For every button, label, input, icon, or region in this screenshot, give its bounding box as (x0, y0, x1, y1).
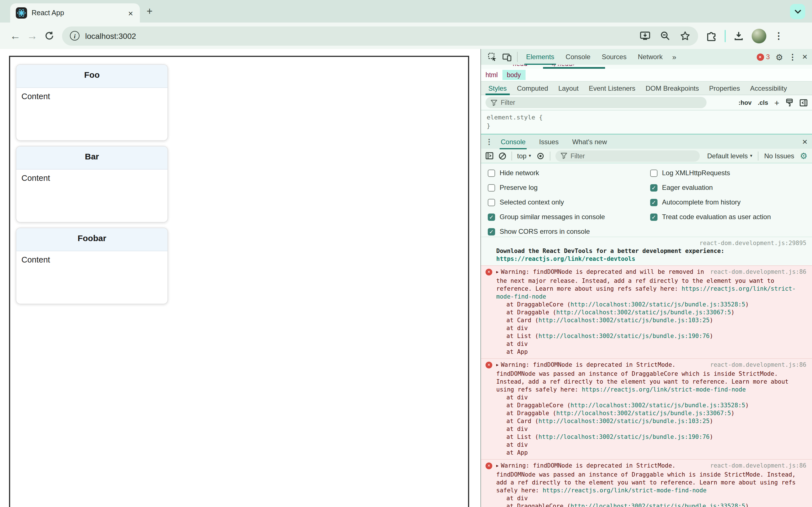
stack-frame-link[interactable]: http://localhost:3002/static/js/bundle.j… (571, 503, 746, 507)
card[interactable]: BarContent (16, 146, 168, 223)
rendering-brush-icon[interactable] (785, 99, 794, 107)
message-link[interactable]: https://reactjs.org/link/strict-mode-fin… (543, 487, 707, 494)
console-sidebar-icon[interactable] (486, 152, 493, 159)
tab-close-icon[interactable]: × (127, 8, 134, 18)
tab-search-chevron-button[interactable] (790, 4, 805, 19)
tab-styles[interactable]: Styles (483, 81, 512, 95)
console-setting-row[interactable]: ✓Treat code evaluation as user action (650, 212, 771, 222)
devtools-close-icon[interactable]: × (802, 52, 808, 62)
console-setting-row[interactable]: Log XMLHttpRequests (650, 168, 730, 178)
drawer-tab-issues[interactable]: Issues (534, 134, 564, 149)
checkbox-label[interactable]: Log XMLHttpRequests (662, 169, 730, 177)
expand-triangle-icon[interactable]: ▶ (496, 464, 499, 468)
checkbox-checked[interactable]: ✓ (488, 213, 495, 221)
devtools-tab-network[interactable]: Network (633, 49, 668, 65)
inspect-element-button[interactable] (486, 51, 499, 63)
drawer-tab-whats-new[interactable]: What's new (566, 134, 612, 149)
checkbox-checked[interactable]: ✓ (650, 199, 658, 206)
live-expression-eye-icon[interactable] (536, 152, 545, 159)
tab-event-listeners[interactable]: Event Listeners (583, 81, 640, 95)
console-setting-row[interactable]: ✓Autocomplete from history (650, 197, 741, 207)
checkbox-unchecked[interactable] (488, 199, 495, 206)
clear-console-icon[interactable] (499, 152, 506, 160)
toggle-class-button[interactable]: .cls (758, 99, 768, 106)
stack-frame-link[interactable]: http://localhost:3002/static/js/bundle.j… (556, 309, 731, 316)
tab-properties[interactable]: Properties (704, 81, 745, 95)
profile-avatar[interactable] (752, 29, 766, 43)
stack-frame-link[interactable]: http://localhost:3002/static/js/bundle.j… (539, 433, 710, 440)
checkbox-unchecked[interactable] (488, 169, 495, 177)
message-link[interactable]: https://reactjs.org/link/react-devtools (496, 255, 635, 263)
checkbox-unchecked[interactable] (488, 184, 495, 191)
context-selector[interactable]: top▾ (517, 152, 531, 160)
checkbox-label[interactable]: Treat code evaluation as user action (662, 213, 771, 221)
console-setting-row[interactable]: ✓Show CORS errors in console (488, 226, 590, 237)
checkbox-label[interactable]: Eager evaluation (662, 184, 713, 191)
url-text[interactable]: localhost:3002 (85, 31, 635, 40)
breadcrumb-html[interactable]: html (481, 70, 502, 80)
card[interactable]: FooContent (16, 64, 168, 141)
downloads-icon[interactable] (733, 31, 744, 41)
devtools-tab-console[interactable]: Console (560, 49, 596, 65)
extensions-puzzle-icon[interactable] (706, 31, 717, 41)
tab-accessibility[interactable]: Accessibility (745, 81, 792, 95)
drawer-tab-console[interactable]: Console (495, 134, 531, 149)
zoom-out-icon[interactable] (660, 31, 670, 41)
drawer-menu-icon[interactable]: ⋮ (486, 137, 493, 146)
card-header[interactable]: Bar (16, 147, 167, 170)
stack-frame-link[interactable]: http://localhost:3002/static/js/bundle.j… (571, 301, 746, 307)
browser-menu-icon[interactable]: ⋮ (774, 31, 783, 41)
devtools-settings-gear-icon[interactable]: ⚙ (775, 53, 783, 61)
back-button[interactable]: ← (7, 30, 24, 42)
checkbox-label[interactable]: Group similar messages in console (500, 213, 605, 221)
stack-frame-link[interactable]: http://localhost:3002/static/js/bundle.j… (556, 409, 731, 416)
checkbox-label[interactable]: Show CORS errors in console (500, 228, 590, 235)
checkbox-checked[interactable]: ✓ (650, 184, 658, 191)
console-settings-gear-icon[interactable]: ⚙ (800, 152, 808, 160)
more-tabs-button[interactable]: » (669, 53, 679, 61)
tab-dom-breakpoints[interactable]: DOM Breakpoints (641, 81, 704, 95)
stack-frame-link[interactable]: http://localhost:3002/static/js/bundle.j… (539, 332, 710, 339)
source-location-link[interactable]: react-dom.development.js:86 (710, 461, 806, 469)
card[interactable]: FoobarContent (16, 228, 168, 304)
tab-layout[interactable]: Layout (553, 81, 583, 95)
breadcrumb-body[interactable]: body (502, 70, 525, 80)
stack-frame-link[interactable]: http://localhost:3002/static/js/bundle.j… (539, 417, 710, 424)
sidebar-layout-icon[interactable] (800, 99, 808, 106)
device-toolbar-button[interactable] (500, 51, 514, 63)
reload-button[interactable] (41, 31, 57, 41)
console-setting-row[interactable]: Hide network (488, 168, 539, 178)
expand-triangle-icon[interactable]: ▶ (496, 363, 499, 367)
devtools-menu-icon[interactable]: ⋮ (789, 52, 797, 61)
card-header[interactable]: Foo (16, 65, 167, 88)
drawer-close-icon[interactable]: × (802, 136, 808, 147)
source-location-link[interactable]: react-dom.development.js:29895 (496, 239, 806, 247)
elements-tree-clipped-row[interactable]: head </head> (481, 65, 812, 69)
new-style-rule-button[interactable]: + (774, 98, 779, 107)
error-count-badge[interactable]: × 3 (756, 53, 770, 61)
message-link[interactable]: https://reactjs.org/link/strict-mode-fin… (581, 386, 746, 393)
checkbox-label[interactable]: Selected context only (500, 198, 564, 206)
new-tab-button[interactable]: + (147, 6, 153, 17)
checkbox-label[interactable]: Autocomplete from history (662, 198, 741, 206)
console-setting-row[interactable]: Selected context only (488, 197, 564, 207)
url-bar[interactable]: i localhost:3002 (62, 26, 698, 45)
expand-triangle-icon[interactable]: ▶ (496, 270, 499, 274)
site-info-icon[interactable]: i (70, 31, 80, 41)
styles-filter-input[interactable]: Filter (486, 97, 707, 108)
checkbox-unchecked[interactable] (650, 169, 658, 177)
toggle-hover-state-button[interactable]: :hov (739, 99, 751, 106)
console-filter-input[interactable]: Filter (555, 150, 700, 161)
devtools-tab-elements[interactable]: Elements (521, 49, 559, 65)
install-app-icon[interactable] (640, 31, 650, 40)
element-style-rule[interactable]: element.style { } (481, 110, 812, 134)
checkbox-checked[interactable]: ✓ (488, 228, 495, 235)
console-setting-row[interactable]: ✓Eager evaluation (650, 182, 713, 193)
source-location-link[interactable]: react-dom.development.js:86 (710, 360, 806, 369)
checkbox-label[interactable]: Preserve log (500, 184, 538, 191)
checkbox-checked[interactable]: ✓ (650, 213, 658, 221)
source-location-link[interactable]: react-dom.development.js:86 (710, 268, 806, 276)
log-levels-dropdown[interactable]: Default levels▾ (707, 152, 752, 160)
card-header[interactable]: Foobar (16, 228, 167, 251)
stack-frame-link[interactable]: http://localhost:3002/static/js/bundle.j… (539, 317, 710, 323)
